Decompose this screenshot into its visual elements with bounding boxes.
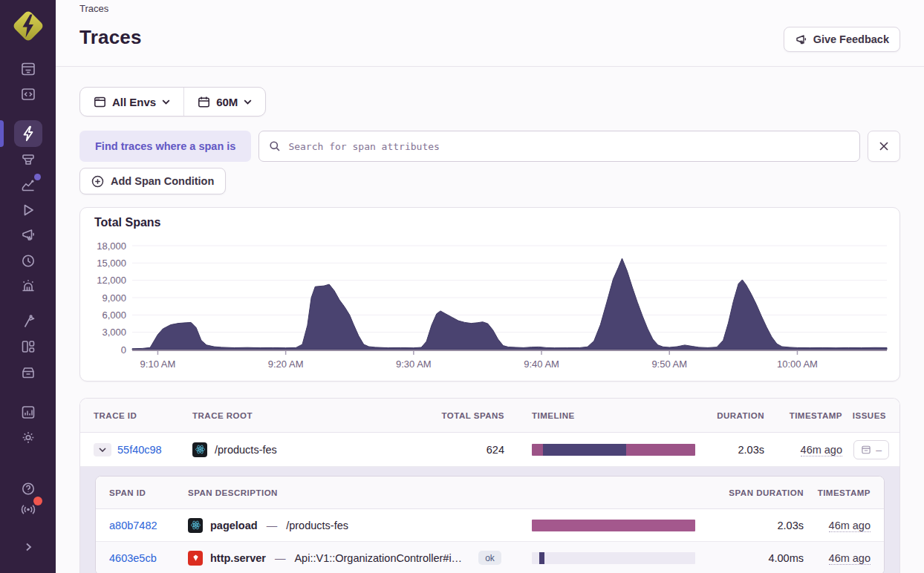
span-timestamp[interactable]: 46m ago xyxy=(829,520,871,532)
page-header: Traces Traces Give Feedback xyxy=(56,0,924,67)
span-id-link[interactable]: 4603e5cb xyxy=(109,552,157,564)
breadcrumb[interactable]: Traces xyxy=(79,0,108,14)
trace-id-link[interactable]: 55f40c98 xyxy=(117,444,162,456)
traces-table: Trace ID Trace Root Total Spans Timeline… xyxy=(79,398,900,573)
window-icon xyxy=(94,96,106,108)
svg-text:9:40 AM: 9:40 AM xyxy=(524,358,559,370)
give-feedback-button[interactable]: Give Feedback xyxy=(784,27,900,52)
col-issues: Issues xyxy=(842,411,891,420)
total-spans-panel: Total Spans 03,0006,0009,00012,00015,000… xyxy=(79,207,900,382)
issues-icon xyxy=(861,445,871,455)
col-span-description: Span Description xyxy=(188,488,532,497)
span-search-row: Find traces where a span is xyxy=(79,131,900,162)
trace-duration: 2.03s xyxy=(695,444,764,456)
sidebar-item-help[interactable] xyxy=(0,478,56,499)
trace-row: 55f40c98 /products-fes 624 2.03s 46m ago xyxy=(80,433,899,467)
sidebar-item-dashboards[interactable] xyxy=(0,334,56,359)
main-area: Traces Traces Give Feedback All Envs 60M xyxy=(56,0,924,573)
search-icon xyxy=(269,140,281,152)
sidebar-item-profiling[interactable] xyxy=(0,147,56,172)
sidebar-item-alerts[interactable] xyxy=(0,273,56,298)
plus-circle-icon xyxy=(91,175,104,188)
sentry-logo[interactable] xyxy=(13,9,44,43)
sidebar-item-settings[interactable] xyxy=(0,425,56,450)
insights-badge xyxy=(34,174,41,180)
col-span-duration: Span Duration xyxy=(695,488,804,497)
find-traces-label: Find traces where a span is xyxy=(79,131,251,162)
sidebar-item-replays[interactable] xyxy=(0,197,56,223)
svg-text:9:10 AM: 9:10 AM xyxy=(140,358,176,370)
issues-count: – xyxy=(876,444,882,456)
col-total-spans: Total Spans xyxy=(437,411,504,420)
sidebar-item-broadcast[interactable] xyxy=(0,499,56,520)
separator: — xyxy=(273,552,287,564)
span-op: http.server xyxy=(210,552,266,564)
total-spans-chart: 03,0006,0009,00012,00015,00018,0009:10 A… xyxy=(80,208,899,381)
col-trace-id: Trace ID xyxy=(94,411,192,420)
span-row: 4603e5cb http.server — Api::V1::Organiza… xyxy=(96,542,884,573)
svg-text:6,000: 6,000 xyxy=(102,310,126,321)
svg-text:12,000: 12,000 xyxy=(97,275,126,286)
span-duration: 4.00ms xyxy=(695,552,804,564)
sidebar-item-history[interactable] xyxy=(0,248,56,273)
span-timestamp[interactable]: 46m ago xyxy=(829,552,871,565)
svg-text:10:00 AM: 10:00 AM xyxy=(777,358,818,370)
trace-expanded-section: Span ID Span Description Span Duration T… xyxy=(80,467,899,573)
svg-text:9:50 AM: 9:50 AM xyxy=(651,358,687,370)
sidebar-item-insights[interactable] xyxy=(0,172,56,197)
collapse-trace-button[interactable] xyxy=(94,443,111,456)
time-range-filter-label: 60M xyxy=(216,96,238,108)
sidebar-item-stats[interactable] xyxy=(0,399,56,425)
sidebar-item-issues[interactable] xyxy=(0,56,56,82)
megaphone-icon xyxy=(795,33,807,46)
app-root: Traces Traces Give Feedback All Envs 60M xyxy=(0,0,924,573)
add-span-condition-button[interactable]: Add Span Condition xyxy=(79,168,226,194)
trace-timestamp[interactable]: 46m ago xyxy=(801,444,842,456)
add-span-condition-label: Add Span Condition xyxy=(111,175,214,187)
svg-text:9:30 AM: 9:30 AM xyxy=(396,358,432,370)
span-search-box[interactable] xyxy=(258,131,860,162)
calendar-icon xyxy=(198,96,210,108)
span-duration-bar xyxy=(532,552,695,564)
chevron-down-icon xyxy=(244,99,252,105)
col-trace-root: Trace Root xyxy=(192,411,437,420)
chevron-down-icon xyxy=(162,99,170,105)
sidebar-item-archive[interactable] xyxy=(0,359,56,384)
sidebar-item-projects[interactable] xyxy=(0,82,56,107)
traces-table-header: Trace ID Trace Root Total Spans Timeline… xyxy=(80,399,899,433)
span-search-input[interactable] xyxy=(288,141,850,152)
spans-table: Span ID Span Description Span Duration T… xyxy=(95,476,885,573)
separator: — xyxy=(265,520,279,531)
clear-search-button[interactable] xyxy=(868,131,900,162)
svg-text:3,000: 3,000 xyxy=(102,327,126,338)
page-content: All Envs 60M Find traces where a span is xyxy=(56,67,924,573)
environment-filter[interactable]: All Envs xyxy=(80,88,183,116)
sidebar xyxy=(0,0,56,573)
svg-text:0: 0 xyxy=(121,344,126,356)
ruby-platform-icon xyxy=(188,551,203,566)
trace-timeline-bar xyxy=(532,444,695,456)
trace-root-label[interactable]: /products-fes xyxy=(215,444,277,456)
col-timeline: Timeline xyxy=(504,411,695,420)
sidebar-item-traces[interactable] xyxy=(0,120,56,147)
sidebar-nav xyxy=(0,56,56,450)
col-timestamp: Timestamp xyxy=(764,411,842,420)
trace-issues-button[interactable]: – xyxy=(853,440,889,459)
give-feedback-label: Give Feedback xyxy=(813,33,889,45)
span-status-badge: ok xyxy=(478,551,501,565)
span-id-link[interactable]: a80b7482 xyxy=(109,520,157,531)
span-op: pageload xyxy=(210,520,258,531)
broadcast-badge xyxy=(33,497,42,505)
chevron-down-icon xyxy=(99,448,106,452)
span-row: a80b7482 pageload — /products-fes 2.03s xyxy=(96,509,884,542)
svg-text:15,000: 15,000 xyxy=(97,258,126,269)
sidebar-item-launch[interactable] xyxy=(0,309,56,334)
col-span-id: Span ID xyxy=(109,488,188,497)
time-range-filter[interactable]: 60M xyxy=(184,88,265,116)
sidebar-item-feedback[interactable] xyxy=(0,223,56,248)
col-span-timestamp: Timestamp xyxy=(804,488,871,497)
col-duration: Duration xyxy=(695,411,764,420)
span-description: /products-fes xyxy=(286,520,348,531)
sidebar-collapse-button[interactable] xyxy=(0,537,56,557)
span-description: Api::V1::OrganizationController#i… xyxy=(294,552,462,564)
